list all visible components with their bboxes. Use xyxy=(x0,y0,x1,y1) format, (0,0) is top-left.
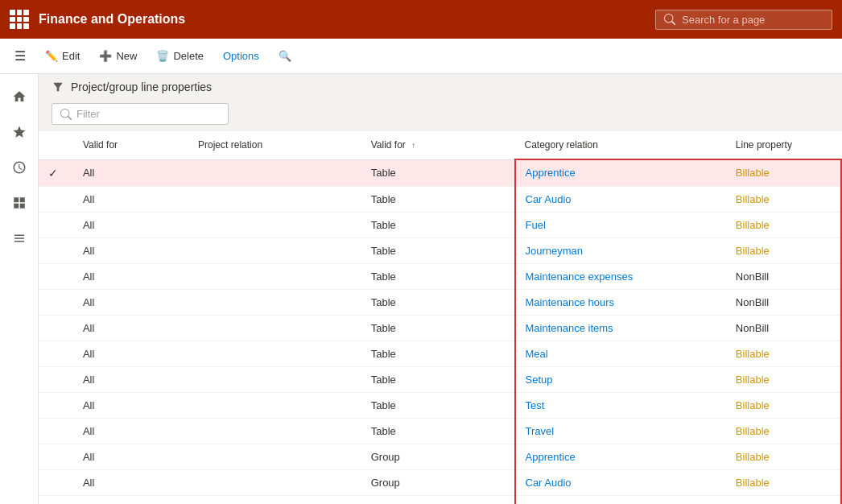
new-icon: ➕ xyxy=(99,50,112,62)
cell-category-relation[interactable]: Maintenance items xyxy=(515,315,726,341)
cell-category-relation[interactable]: Journeyman xyxy=(515,238,726,263)
cell-valid-for2: Table xyxy=(361,289,515,315)
cell-valid-for: All xyxy=(73,186,188,212)
sidebar xyxy=(0,74,39,504)
new-button[interactable]: ➕ New xyxy=(91,45,145,67)
cell-category-relation[interactable]: Apprentice xyxy=(515,159,726,186)
data-table: Valid for Project relation Valid for ↑ C… xyxy=(39,131,842,504)
cell-project-relation xyxy=(188,392,361,418)
cell-valid-for: All xyxy=(73,159,188,186)
cell-check xyxy=(39,212,73,238)
cell-valid-for2: Table xyxy=(361,392,515,418)
cell-project-relation xyxy=(188,469,361,495)
main-layout: Project/group line properties Valid for … xyxy=(0,74,842,504)
sidebar-item-home[interactable] xyxy=(3,81,35,113)
cell-check xyxy=(39,238,73,263)
cell-line-property: Billable xyxy=(726,159,841,186)
cell-category-relation[interactable]: Test xyxy=(515,392,726,418)
table-header-row: Valid for Project relation Valid for ↑ C… xyxy=(39,131,841,159)
col-category-relation[interactable]: Category relation xyxy=(515,131,726,159)
global-search[interactable] xyxy=(655,10,832,30)
cell-category-relation[interactable]: Maintenance hours xyxy=(515,289,726,315)
table-row[interactable]: AllTableMaintenance expensesNonBill xyxy=(39,263,841,289)
table-body: ✓AllTableApprenticeBillableAllTableCar A… xyxy=(39,159,841,504)
cell-valid-for2: Table xyxy=(361,366,515,392)
sidebar-item-workspaces[interactable] xyxy=(3,187,35,219)
cell-category-relation[interactable]: Fuel xyxy=(515,212,726,238)
cell-project-relation xyxy=(188,289,361,315)
table-row[interactable]: AllTableTravelBillable xyxy=(39,418,841,444)
col-valid-for[interactable]: Valid for xyxy=(73,131,188,159)
hamburger-button[interactable]: ☰ xyxy=(6,43,34,68)
col-line-property[interactable]: Line property xyxy=(726,131,841,159)
cell-line-property: Billable xyxy=(726,444,841,469)
table-row[interactable]: AllTableMealBillable xyxy=(39,341,841,366)
cell-project-relation xyxy=(188,366,361,392)
table-row[interactable]: AllTableMaintenance itemsNonBill xyxy=(39,315,841,341)
cell-line-property: Billable xyxy=(726,341,841,366)
table-row[interactable]: AllGroupCar AudioBillable xyxy=(39,469,841,495)
cell-category-relation[interactable]: Meal xyxy=(515,341,726,366)
modules-icon xyxy=(12,231,27,246)
app-title: Finance and Operations xyxy=(39,12,646,27)
table-row[interactable]: AllTableJourneymanBillable xyxy=(39,238,841,263)
cell-check: ✓ xyxy=(39,159,73,186)
cell-project-relation xyxy=(188,315,361,341)
cell-category-relation[interactable]: Travel xyxy=(515,418,726,444)
delete-icon: 🗑️ xyxy=(156,50,169,62)
page-title: Project/group line properties xyxy=(71,81,212,93)
cell-valid-for2: Table xyxy=(361,341,515,366)
delete-button[interactable]: 🗑️ Delete xyxy=(148,45,212,67)
cell-check xyxy=(39,469,73,495)
cell-category-relation[interactable]: Setup xyxy=(515,366,726,392)
table-row[interactable]: AllTableTestBillable xyxy=(39,392,841,418)
cell-project-relation xyxy=(188,159,361,186)
edit-button[interactable]: ✏️ Edit xyxy=(37,45,88,67)
cell-line-property: NonBill xyxy=(726,289,841,315)
cell-line-property: Billable xyxy=(726,238,841,263)
table-row[interactable]: ✓AllTableApprenticeBillable xyxy=(39,159,841,186)
cell-category-relation[interactable]: FixedFees xyxy=(515,495,726,504)
table-row[interactable]: AllTableFuelBillable xyxy=(39,212,841,238)
search-input[interactable] xyxy=(682,14,811,26)
cell-check xyxy=(39,186,73,212)
options-button[interactable]: Options xyxy=(215,45,267,67)
search-button[interactable]: 🔍 xyxy=(270,45,299,67)
table-row[interactable]: AllTableMaintenance hoursNonBill xyxy=(39,289,841,315)
cell-category-relation[interactable]: Apprentice xyxy=(515,444,726,469)
filter-input[interactable] xyxy=(76,108,213,120)
cell-valid-for2: Table xyxy=(361,418,515,444)
cell-category-relation[interactable]: Maintenance expenses xyxy=(515,263,726,289)
col-project-relation[interactable]: Project relation xyxy=(188,131,361,159)
waffle-menu[interactable] xyxy=(10,10,29,29)
cell-valid-for2: Table xyxy=(361,315,515,341)
sidebar-item-favorites[interactable] xyxy=(3,116,35,148)
filter-icon[interactable] xyxy=(52,81,64,93)
filter-input-container[interactable] xyxy=(52,103,229,125)
search-toolbar-icon: 🔍 xyxy=(279,50,291,62)
star-icon xyxy=(12,125,27,139)
cell-valid-for: All xyxy=(73,341,188,366)
checkmark-icon: ✓ xyxy=(48,167,58,180)
cell-valid-for: All xyxy=(73,238,188,263)
cell-check xyxy=(39,366,73,392)
cell-line-property: Billable xyxy=(726,366,841,392)
cell-line-property: Billable xyxy=(726,212,841,238)
cell-project-relation xyxy=(188,444,361,469)
cell-valid-for: All xyxy=(73,469,188,495)
table-row[interactable]: AllGroupFixedFeesBillable xyxy=(39,495,841,504)
sidebar-item-recent[interactable] xyxy=(3,151,35,184)
table-row[interactable]: AllGroupApprenticeBillable xyxy=(39,444,841,469)
filter-bar xyxy=(39,100,842,131)
filter-search-icon xyxy=(60,109,72,120)
cell-valid-for: All xyxy=(73,366,188,392)
table-row[interactable]: AllTableCar AudioBillable xyxy=(39,186,841,212)
cell-check xyxy=(39,315,73,341)
col-valid-for2[interactable]: Valid for ↑ xyxy=(361,131,515,159)
cell-valid-for: All xyxy=(73,495,188,504)
sidebar-item-modules[interactable] xyxy=(3,222,35,254)
cell-category-relation[interactable]: Car Audio xyxy=(515,469,726,495)
cell-category-relation[interactable]: Car Audio xyxy=(515,186,726,212)
cell-check xyxy=(39,392,73,418)
table-row[interactable]: AllTableSetupBillable xyxy=(39,366,841,392)
